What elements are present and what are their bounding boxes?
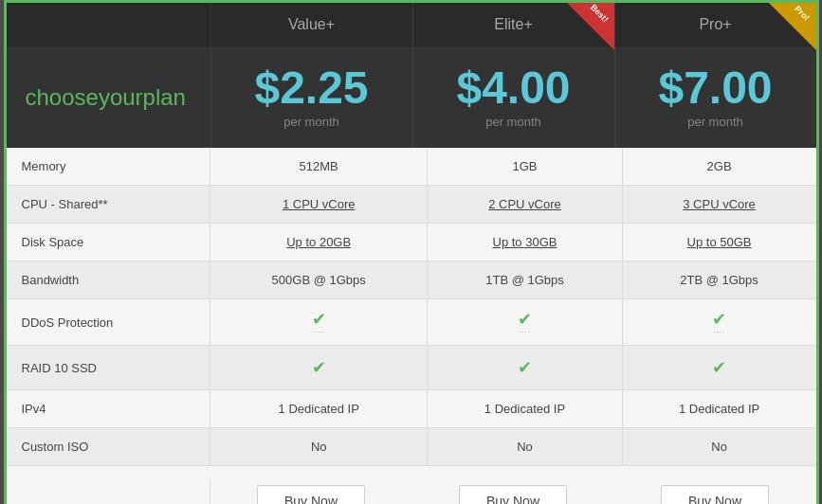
plan-header-value: Value+ (210, 3, 412, 46)
check-icon: ✔ (312, 357, 326, 378)
feature-row-3: Bandwidth500GB @ 1Gbps1TB @ 1Gbps2TB @ 1… (7, 261, 816, 299)
feature-label-1: CPU - Shared** (7, 186, 210, 224)
feature-value-2-0: Up to 20GB (210, 224, 428, 261)
period-pro: per month (687, 115, 743, 129)
check-icon: ✔ (518, 357, 532, 378)
footer-row: Buy Now Buy Now Buy Now (7, 466, 816, 504)
footer-buy-value: Buy Now (210, 479, 412, 504)
plan-header-pro: Pro+ (614, 3, 816, 46)
feature-value-5-1: ✔ (428, 346, 622, 390)
plan-name-value: Value+ (288, 16, 335, 32)
feature-value-5-2: ✔ (622, 346, 815, 390)
best-badge (567, 3, 614, 50)
price-cell-value: $2.25 per month (210, 46, 412, 148)
feature-value-7-2: No (622, 428, 815, 466)
empty-header (7, 3, 210, 46)
feature-value-7-1: No (428, 428, 622, 466)
price-value: $2.25 (254, 65, 368, 111)
check-dotted-icon: ✔ (312, 311, 326, 333)
price-cell-pro: $7.00 per month (614, 46, 816, 148)
buy-button-pro[interactable]: Buy Now (661, 485, 769, 504)
check-dotted-icon: ✔ (712, 311, 726, 333)
feature-row-2: Disk SpaceUp to 20GBUp to 30GBUp to 50GB (7, 224, 816, 261)
feature-value-2-2: Up to 50GB (622, 224, 815, 261)
price-cell-elite: $4.00 per month (412, 46, 614, 148)
feature-row-6: IPv41 Dedicated IP1 Dedicated IP1 Dedica… (7, 390, 816, 428)
feature-value-2-1: Up to 30GB (428, 224, 622, 261)
buy-button-value[interactable]: Buy Now (257, 485, 365, 504)
feature-value-4-0: ✔ (210, 299, 428, 346)
feature-value-7-0: No (210, 428, 428, 466)
feature-value-1-0: 1 CPU vCore (210, 186, 428, 224)
feature-label-4: DDoS Protection (7, 299, 210, 346)
feature-value-0-0: 512MB (210, 148, 428, 186)
feature-label-7: Custom ISO (7, 428, 210, 466)
pro-badge (769, 3, 816, 50)
footer-empty (7, 479, 210, 504)
price-pro: $7.00 (658, 65, 772, 111)
feature-row-0: Memory512MB1GB2GB (7, 148, 816, 186)
period-value: per month (283, 115, 339, 129)
feature-value-6-1: 1 Dedicated IP (428, 390, 622, 428)
feature-value-3-2: 2TB @ 1Gbps (622, 261, 815, 299)
feature-value-6-0: 1 Dedicated IP (210, 390, 428, 428)
plan-header-row: Value+ Elite+ Pro+ (7, 3, 816, 46)
feature-value-4-1: ✔ (428, 299, 622, 346)
feature-value-0-1: 1GB (428, 148, 622, 186)
check-dotted-icon: ✔ (518, 311, 532, 333)
feature-label-2: Disk Space (7, 224, 210, 261)
your-text: your (99, 84, 143, 111)
feature-row-4: DDoS Protection✔✔✔ (7, 299, 816, 346)
feature-value-3-0: 500GB @ 1Gbps (210, 261, 428, 299)
feature-label-5: RAID 10 SSD (7, 346, 210, 390)
price-elite: $4.00 (456, 65, 570, 111)
feature-row-7: Custom ISONoNoNo (7, 428, 816, 466)
plan-name-pro: Pro+ (699, 16, 731, 32)
feature-label-0: Memory (7, 148, 210, 186)
feature-row-1: CPU - Shared**1 CPU vCore2 CPU vCore3 CP… (7, 186, 816, 224)
plan-text: plan (143, 84, 186, 111)
check-icon: ✔ (712, 357, 726, 378)
price-row: choose your plan $2.25 per month $4.00 p… (7, 46, 816, 148)
footer-buy-pro: Buy Now (614, 479, 816, 504)
feature-value-0-2: 2GB (622, 148, 815, 186)
feature-value-5-0: ✔ (210, 346, 428, 390)
footer-buy-elite: Buy Now (412, 479, 614, 504)
feature-value-1-1: 2 CPU vCore (428, 186, 622, 224)
plan-header-elite: Elite+ (412, 3, 614, 46)
feature-label-6: IPv4 (7, 390, 210, 428)
choose-text: choose (26, 84, 99, 111)
feature-value-6-2: 1 Dedicated IP (622, 390, 815, 428)
feature-value-1-2: 3 CPU vCore (622, 186, 815, 224)
plan-name-elite: Elite+ (494, 16, 532, 32)
feature-value-4-2: ✔ (622, 299, 815, 346)
feature-label-3: Bandwidth (7, 261, 210, 299)
period-elite: per month (485, 115, 541, 129)
feature-value-3-1: 1TB @ 1Gbps (428, 261, 622, 299)
buy-button-elite[interactable]: Buy Now (459, 485, 567, 504)
features-table: Memory512MB1GB2GBCPU - Shared**1 CPU vCo… (7, 148, 816, 466)
pricing-table: Value+ Elite+ Pro+ choose your plan $2.2… (4, 0, 819, 504)
tagline: choose your plan (7, 46, 210, 148)
feature-row-5: RAID 10 SSD✔✔✔ (7, 346, 816, 390)
